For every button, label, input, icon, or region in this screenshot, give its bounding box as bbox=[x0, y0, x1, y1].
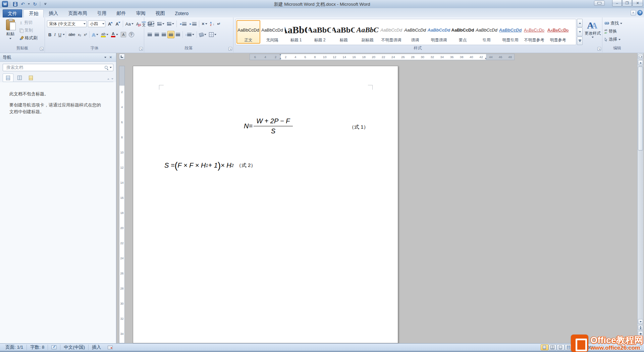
search-input[interactable] bbox=[6, 65, 104, 70]
style-chip-正文[interactable]: AaBbCcDd正文 bbox=[236, 20, 260, 44]
multilevel-list-button[interactable] bbox=[166, 20, 175, 28]
left-indent-marker[interactable]: ▲ bbox=[279, 57, 282, 60]
tab-stop-selector[interactable] bbox=[119, 54, 125, 59]
clear-formatting-button[interactable]: A bbox=[135, 20, 141, 28]
change-styles-button[interactable]: AA 更改样式 bbox=[584, 19, 601, 45]
document-page[interactable]: N= W + 2P − F S （式 1） S = (F × F × H1 + … bbox=[133, 66, 398, 343]
style-chip-明显引用[interactable]: AaBbCcDd明显引用 bbox=[498, 20, 522, 44]
help-button[interactable]: ? bbox=[637, 10, 643, 15]
zoom-level[interactable]: 100% bbox=[585, 345, 596, 350]
right-indent-marker[interactable]: ▲ bbox=[484, 57, 487, 60]
fullscreen-reading-view-button[interactable] bbox=[549, 344, 556, 350]
previous-heading-button[interactable] bbox=[107, 78, 109, 80]
previous-page-button[interactable] bbox=[638, 325, 643, 330]
superscript-button[interactable]: x² bbox=[83, 31, 88, 38]
tab-邮件[interactable]: 邮件 bbox=[111, 9, 131, 17]
tab-视图[interactable]: 视图 bbox=[150, 9, 170, 17]
align-left-button[interactable] bbox=[146, 31, 153, 38]
align-center-button[interactable] bbox=[153, 31, 160, 38]
web-layout-view-button[interactable] bbox=[557, 344, 565, 350]
bullets-button[interactable] bbox=[146, 20, 156, 28]
select-button[interactable]: 选择 bbox=[604, 36, 622, 43]
scroll-up-button[interactable] bbox=[638, 60, 643, 65]
italic-button[interactable]: I bbox=[53, 31, 57, 38]
next-page-button[interactable] bbox=[638, 337, 643, 342]
outline-view-button[interactable] bbox=[565, 344, 573, 350]
style-chip-不明显参考[interactable]: AaBbCcDd不明显参考 bbox=[522, 20, 546, 44]
insert-mode-indicator[interactable]: 插入 bbox=[89, 344, 104, 351]
tab-browse-headings[interactable] bbox=[3, 74, 13, 82]
paragraph-dialog-launcher[interactable]: ↘ bbox=[228, 47, 232, 51]
language-indicator[interactable]: 中文(中国) bbox=[60, 344, 88, 351]
underline-button[interactable]: U bbox=[57, 31, 63, 38]
tab-插入[interactable]: 插入 bbox=[44, 9, 63, 17]
strikethrough-button[interactable]: abe bbox=[67, 31, 76, 38]
asian-layout-button[interactable]: ✕ bbox=[200, 20, 209, 28]
spellcheck-indicator[interactable] bbox=[48, 344, 60, 351]
search-options-arrow[interactable] bbox=[110, 67, 112, 68]
select-browse-object-button[interactable] bbox=[638, 331, 643, 336]
find-button[interactable]: 查找 bbox=[604, 20, 622, 27]
style-chip-引用[interactable]: AaBbCcDd引用 bbox=[475, 20, 498, 44]
zoom-track[interactable] bbox=[605, 347, 636, 348]
ruler-toggle-button[interactable] bbox=[638, 54, 643, 59]
close-button[interactable]: ✕ bbox=[632, 0, 643, 6]
scroll-down-button[interactable] bbox=[638, 319, 643, 324]
tab-browse-results[interactable] bbox=[25, 74, 36, 82]
align-right-button[interactable] bbox=[160, 31, 167, 38]
clipboard-dialog-launcher[interactable]: ↘ bbox=[40, 47, 44, 51]
vertical-ruler[interactable]: 246810121416182022242628303234 bbox=[119, 66, 125, 343]
chevron-down-icon[interactable] bbox=[63, 34, 65, 35]
decrease-indent-button[interactable]: ◄ bbox=[178, 20, 188, 28]
enclose-characters-button[interactable]: 字 bbox=[127, 31, 136, 38]
cut-button[interactable]: ✂ 剪切 bbox=[19, 19, 38, 26]
page-number-indicator[interactable]: 页面: 1/1 bbox=[2, 344, 26, 351]
gallery-scroll-down[interactable] bbox=[577, 28, 583, 36]
tab-审阅[interactable]: 审阅 bbox=[131, 9, 150, 17]
increase-indent-button[interactable]: ► bbox=[188, 20, 198, 28]
gallery-more-button[interactable] bbox=[577, 37, 583, 45]
tab-引用[interactable]: 引用 bbox=[92, 9, 111, 17]
sort-button[interactable]: AZ ↓ bbox=[209, 20, 216, 28]
change-case-button[interactable]: Aa bbox=[124, 20, 135, 28]
first-line-indent-marker[interactable]: ▼ bbox=[279, 54, 282, 56]
horizontal-ruler[interactable]: ▼ ▲ ▲ 6422468101214161820222426283032343… bbox=[250, 54, 515, 60]
shrink-font-button[interactable]: A bbox=[114, 20, 121, 28]
subscript-button[interactable]: x₂ bbox=[76, 31, 83, 38]
document-search-box[interactable] bbox=[3, 64, 113, 71]
word-count-indicator[interactable]: 字数: 8 bbox=[27, 344, 48, 351]
pane-options-button[interactable] bbox=[103, 55, 108, 60]
scrollbar-thumb[interactable] bbox=[638, 67, 643, 150]
minimize-ribbon-button[interactable]: ˄ bbox=[631, 10, 636, 15]
font-name-select[interactable]: 宋体 (中文正文 bbox=[47, 20, 87, 27]
character-shading-button[interactable]: A bbox=[119, 31, 127, 38]
format-painter-button[interactable]: 格式刷 bbox=[19, 35, 38, 41]
style-chip-标题[interactable]: AaBbC标题 bbox=[332, 20, 356, 44]
tab-Zotero[interactable]: Zotero bbox=[170, 9, 193, 17]
distribute-button[interactable] bbox=[174, 31, 181, 38]
justify-button[interactable] bbox=[167, 31, 174, 38]
style-chip-副标题[interactable]: AaBbC副标题 bbox=[356, 20, 379, 44]
zoom-slider[interactable]: − + bbox=[599, 345, 642, 350]
borders-button[interactable] bbox=[208, 31, 218, 38]
style-chip-标题 1[interactable]: AaBbC标题 1 bbox=[284, 20, 308, 44]
tab-开始[interactable]: 开始 bbox=[23, 9, 44, 17]
grow-font-button[interactable]: A bbox=[107, 20, 114, 28]
line-spacing-button[interactable]: ↕ bbox=[184, 31, 196, 38]
style-chip-明显参考[interactable]: AaBbCcDd明显参考 bbox=[546, 20, 570, 44]
zoom-out-button[interactable]: − bbox=[599, 345, 603, 350]
style-chip-明显强调[interactable]: AaBbCcDd明显强调 bbox=[427, 20, 451, 44]
copy-button[interactable]: 复制 bbox=[19, 27, 38, 34]
minimize-button[interactable]: – bbox=[612, 0, 622, 6]
draft-view-button[interactable] bbox=[573, 344, 581, 350]
tab-页面布局[interactable]: 页面布局 bbox=[63, 9, 92, 17]
print-layout-view-button[interactable] bbox=[541, 344, 548, 350]
pane-close-button[interactable]: ✕ bbox=[108, 55, 113, 60]
tab-browse-pages[interactable] bbox=[14, 74, 25, 82]
tab-file[interactable]: 文件 bbox=[3, 9, 22, 17]
vertical-scrollbar[interactable] bbox=[637, 53, 643, 343]
replace-button[interactable]: abac 替换 bbox=[604, 28, 622, 35]
style-chip-标题 2[interactable]: AaBbC标题 2 bbox=[308, 20, 332, 44]
style-chip-不明显强调[interactable]: AaBbCcDd不明显强调 bbox=[379, 20, 403, 44]
paste-button[interactable]: 粘贴 bbox=[3, 19, 18, 44]
